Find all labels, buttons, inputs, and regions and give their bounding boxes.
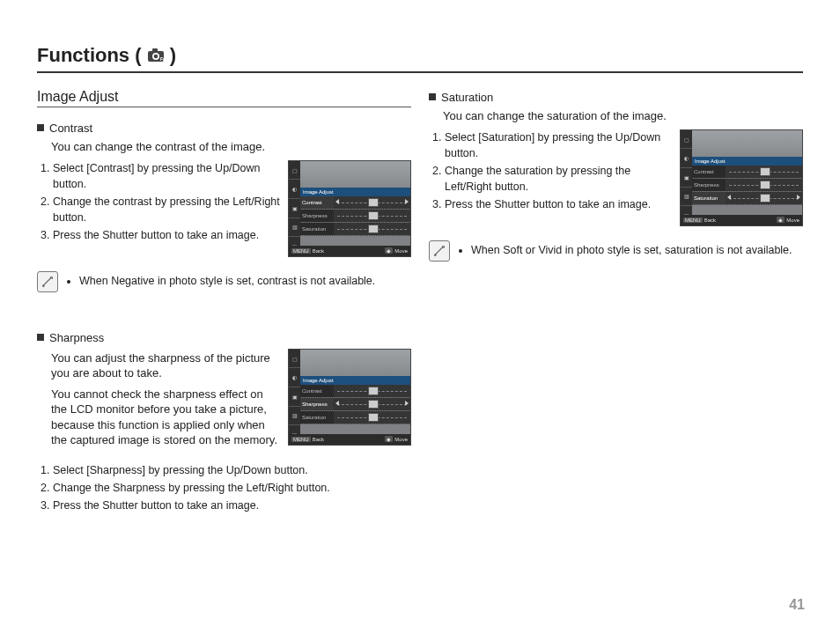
title-prefix: Functions ( bbox=[37, 44, 147, 66]
camera-ui-row-saturation: Saturation bbox=[692, 192, 726, 204]
saturation-step-1: Select [Saturation] by pressing the Up/D… bbox=[445, 129, 673, 161]
contrast-desc: You can change the contrast of the image… bbox=[51, 139, 411, 155]
note-icon bbox=[37, 271, 58, 292]
camera-ui-row-sharpness: Sharpness bbox=[300, 210, 334, 222]
sharpness-desc2: You cannot check the sharpness effect on… bbox=[51, 387, 281, 448]
saturation-steps: Select [Saturation] by pressing the Up/D… bbox=[429, 129, 673, 226]
camera-ui-row-contrast: Contrast bbox=[692, 166, 726, 178]
move-label: Move bbox=[394, 437, 408, 442]
camera-ui-row-sharpness: Sharpness bbox=[692, 179, 726, 191]
sharpness-step-3: Press the Shutter button to take an imag… bbox=[53, 498, 411, 513]
svg-point-3 bbox=[153, 55, 158, 59]
contrast-step-2: Change the contrast by pressing the Left… bbox=[53, 194, 281, 225]
contrast-title: Contrast bbox=[49, 122, 92, 135]
saturation-note: When Soft or Vivid in photo style is set… bbox=[429, 240, 803, 262]
move-btn-icon: ◆ bbox=[777, 217, 785, 223]
camera-ui-saturation: ▢◐▣▥⊞ Image Adjust Contrast Sharpness Sa… bbox=[680, 129, 803, 226]
camera-ui-row-saturation: Saturation bbox=[300, 411, 334, 424]
menu-btn-label: MENU bbox=[291, 248, 311, 254]
camera-ui-row-contrast: Contrast bbox=[300, 385, 334, 397]
square-bullet-icon bbox=[429, 93, 436, 100]
sharpness-steps: Select [Sharpness] by pressing the Up/Do… bbox=[37, 462, 411, 513]
sharpness-desc1: You can adjust the sharpness of the pict… bbox=[51, 350, 281, 381]
camera-ui-contrast: ▢◐▣▥⊞ Image Adjust Contrast Sharpness Sa… bbox=[288, 160, 411, 257]
menu-btn-label: MENU bbox=[291, 437, 311, 442]
move-btn-icon: ◆ bbox=[385, 247, 393, 254]
square-bullet-icon bbox=[37, 124, 44, 131]
saturation-title: Saturation bbox=[441, 91, 493, 104]
camera-ui-row-saturation: Saturation bbox=[300, 223, 334, 235]
title-suffix: ) bbox=[165, 44, 176, 66]
camera-ui-row-sharpness: Sharpness bbox=[300, 398, 334, 410]
saturation-step-3: Press the Shutter button to take an imag… bbox=[445, 196, 673, 212]
camera-ui-header: Image Adjust bbox=[692, 157, 802, 166]
camera-ui-sharpness: ▢◐▣▥⊞ Image Adjust Contrast Sharpness Sa… bbox=[288, 349, 411, 446]
square-bullet-icon bbox=[37, 334, 44, 341]
contrast-note-text: When Negative in photo style is set, con… bbox=[79, 273, 375, 289]
svg-rect-1 bbox=[152, 48, 158, 52]
contrast-steps: Select [Contrast] by pressing the Up/Dow… bbox=[37, 160, 281, 257]
move-label: Move bbox=[394, 248, 408, 254]
note-icon bbox=[429, 240, 450, 262]
back-label: Back bbox=[704, 217, 716, 223]
camera-ui-header: Image Adjust bbox=[300, 188, 410, 196]
camera-ui-header: Image Adjust bbox=[300, 376, 410, 385]
section-heading: Image Adjust bbox=[37, 89, 411, 107]
camera-ui-row-contrast: Contrast bbox=[300, 196, 334, 209]
contrast-step-1: Select [Contrast] by pressing the Up/Dow… bbox=[53, 160, 281, 192]
page-number: 41 bbox=[789, 597, 805, 613]
saturation-note-text: When Soft or Vivid in photo style is set… bbox=[471, 242, 792, 258]
camera-icon: Fn bbox=[147, 45, 165, 68]
move-btn-icon: ◆ bbox=[385, 436, 393, 442]
contrast-step-3: Press the Shutter button to take an imag… bbox=[53, 227, 281, 243]
contrast-note: When Negative in photo style is set, con… bbox=[37, 271, 411, 292]
back-label: Back bbox=[313, 437, 324, 442]
sharpness-title: Sharpness bbox=[49, 331, 104, 344]
move-label: Move bbox=[786, 217, 799, 223]
menu-btn-label: MENU bbox=[683, 217, 703, 223]
saturation-desc: You can change the saturation of the ima… bbox=[443, 108, 803, 124]
page-title: Functions ( Fn ) bbox=[37, 44, 803, 73]
saturation-step-2: Change the saturation by pressing the Le… bbox=[445, 163, 673, 195]
sharpness-step-2: Change the Sharpness by pressing the Lef… bbox=[53, 480, 411, 496]
back-label: Back bbox=[313, 248, 324, 254]
sharpness-step-1: Select [Sharpness] by pressing the Up/Do… bbox=[53, 462, 411, 478]
